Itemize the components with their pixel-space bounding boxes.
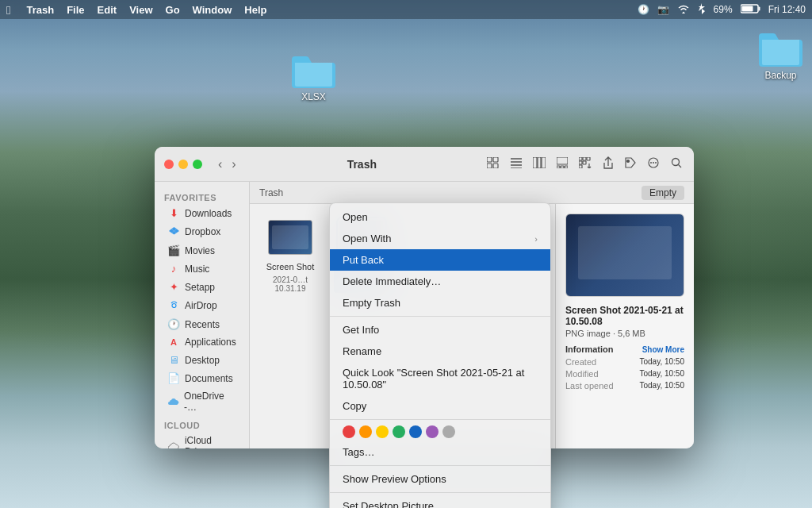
favorites-section-label: Favorites — [155, 188, 249, 204]
svg-rect-1 — [758, 6, 760, 10]
ctx-open-with-arrow: › — [534, 234, 538, 244]
ctx-put-back[interactable]: Put Back — [330, 249, 550, 271]
datetime: Fri 12:40 — [768, 4, 806, 15]
ctx-show-preview[interactable]: Show Preview Options — [330, 468, 550, 490]
menubar-edit[interactable]: Edit — [98, 4, 117, 16]
sidebar-item-movies[interactable]: 🎬 Movies — [158, 241, 246, 260]
ctx-tags[interactable]: Tags… — [330, 441, 550, 463]
menubar-file[interactable]: File — [67, 4, 84, 16]
color-dot-gray[interactable] — [442, 425, 455, 438]
toolbar-actions — [485, 154, 684, 174]
sidebar-item-recents[interactable]: 🕐 Recents — [158, 315, 246, 333]
tag-button[interactable] — [622, 155, 638, 173]
maximize-button[interactable] — [193, 160, 202, 169]
color-dot-green[interactable] — [393, 425, 405, 438]
svg-rect-19 — [579, 161, 582, 164]
ctx-tags-label: Tags… — [343, 446, 374, 458]
ctx-delete-label: Delete Immediately… — [343, 275, 441, 287]
recents-icon: 🕐 — [167, 318, 180, 330]
file-thumbnail — [265, 217, 316, 258]
ctx-show-preview-label: Show Preview Options — [343, 473, 446, 485]
close-button[interactable] — [164, 160, 174, 169]
svg-rect-5 — [487, 164, 492, 168]
menubar-view[interactable]: View — [129, 4, 152, 16]
color-dot-yellow[interactable] — [376, 425, 389, 438]
more-options-button[interactable] — [645, 155, 662, 173]
desktop-icon: 🖥 — [167, 354, 180, 366]
sidebar-item-dropbox[interactable]: Dropbox — [158, 222, 246, 241]
sidebar-item-music[interactable]: ♪ Music — [158, 260, 246, 278]
setapp-icon: ✦ — [167, 281, 180, 293]
ctx-copy[interactable]: Copy — [330, 395, 550, 417]
share-button[interactable] — [600, 154, 616, 174]
ctx-copy-label: Copy — [343, 400, 366, 412]
svg-rect-22 — [583, 161, 586, 164]
ctx-quick-look[interactable]: Quick Look "Screen Shot 2021-05-21 at 10… — [330, 362, 550, 395]
view-columns-button[interactable] — [530, 155, 548, 173]
ctx-empty-trash[interactable]: Empty Trash — [330, 292, 550, 314]
svg-rect-12 — [538, 157, 541, 168]
context-menu: Open Open With › Put Back Delete Immedia… — [329, 202, 551, 508]
ctx-divider-4 — [330, 492, 550, 493]
svg-point-32 — [672, 159, 680, 166]
menubar-app-name[interactable]: Trash — [26, 4, 54, 16]
sidebar-item-airdrop[interactable]: AirDrop — [158, 296, 246, 315]
back-button[interactable]: ‹ — [215, 156, 225, 173]
svg-rect-11 — [533, 157, 537, 168]
sidebar-item-desktop[interactable]: 🖥 Desktop — [158, 351, 246, 369]
sidebar-item-icloud-drive[interactable]: iCloud Drive — [158, 432, 246, 448]
search-button[interactable] — [668, 155, 684, 173]
color-dot-purple[interactable] — [426, 425, 439, 438]
sidebar-item-onedrive[interactable]: OneDrive -… — [158, 387, 246, 416]
documents-icon: 📄 — [167, 372, 180, 384]
xlsx-desktop-icon[interactable]: XLSX — [292, 52, 335, 102]
created-value: Today, 10:50 — [639, 357, 684, 367]
xlsx-folder-icon — [292, 52, 335, 88]
title-bar: ‹ › Trash — [155, 147, 694, 182]
forward-button[interactable]: › — [228, 156, 239, 173]
empty-trash-button[interactable]: Empty — [642, 186, 684, 200]
location-breadcrumb: Trash — [259, 187, 283, 198]
view-list-button[interactable] — [508, 155, 524, 173]
sort-button[interactable] — [576, 155, 594, 173]
sidebar-item-documents[interactable]: 📄 Documents — [158, 369, 246, 387]
ctx-open[interactable]: Open — [330, 206, 550, 228]
ctx-set-desktop[interactable]: Set Desktop Picture — [330, 495, 550, 508]
modified-value: Today, 10:50 — [639, 369, 684, 379]
preview-info-section: Information Show More — [565, 344, 684, 354]
preview-panel: Screen Shot 2021-05-21 at 10.50.08 PNG i… — [555, 204, 694, 448]
menubar-help[interactable]: Help — [244, 4, 266, 16]
music-icon: ♪ — [167, 263, 180, 275]
color-dot-red[interactable] — [343, 425, 355, 438]
menubar-go[interactable]: Go — [166, 4, 180, 16]
color-dot-blue[interactable] — [409, 425, 422, 438]
view-grid-button[interactable] — [485, 155, 502, 173]
ctx-open-with-label: Open With — [343, 233, 391, 244]
sidebar-item-downloads[interactable]: ⬇ Downloads — [158, 204, 246, 222]
sidebar-item-setapp[interactable]: ✦ Setapp — [158, 278, 246, 296]
view-gallery-button[interactable] — [554, 155, 570, 173]
color-dot-orange[interactable] — [359, 425, 372, 438]
sidebar-dropbox-label: Dropbox — [185, 226, 220, 237]
minimize-button[interactable] — [178, 160, 188, 169]
backup-label: Backup — [764, 70, 796, 81]
ctx-delete-immediately[interactable]: Delete Immediately… — [330, 271, 550, 292]
show-more-button[interactable]: Show More — [642, 345, 684, 354]
sidebar-applications-label: Applications — [185, 337, 236, 348]
menubar:  Trash File Edit View Go Window Help 🕐 … — [0, 0, 812, 19]
backup-desktop-icon[interactable]: Backup — [759, 29, 802, 81]
icloud-section-label: iCloud — [155, 416, 249, 432]
svg-rect-16 — [561, 166, 564, 168]
apple-menu[interactable]:  — [6, 3, 10, 17]
sidebar-item-applications[interactable]: A Applications — [158, 333, 246, 351]
preview-row-created: Created Today, 10:50 — [565, 357, 684, 367]
ctx-get-info-label: Get Info — [343, 324, 379, 336]
menubar-window[interactable]: Window — [193, 4, 232, 16]
ctx-get-info[interactable]: Get Info — [330, 319, 550, 341]
screenshot-icon: 📷 — [657, 4, 669, 15]
icloud-icon — [167, 441, 180, 449]
list-item[interactable]: Screen Shot 2021-0…t 10.31.19 — [262, 217, 318, 293]
ctx-rename[interactable]: Rename — [330, 341, 550, 362]
onedrive-icon — [167, 396, 179, 408]
ctx-open-with[interactable]: Open With › — [330, 228, 550, 249]
